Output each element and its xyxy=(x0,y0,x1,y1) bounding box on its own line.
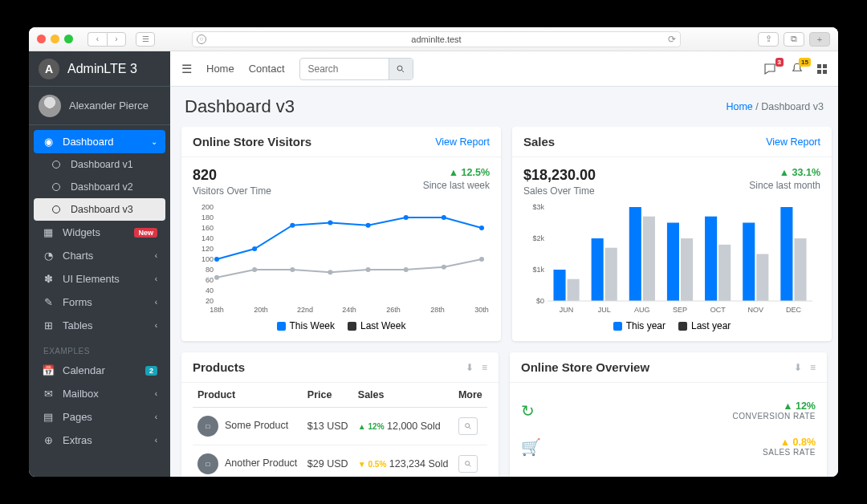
svg-text:20th: 20th xyxy=(254,306,268,314)
brand[interactable]: A AdminLTE 3 xyxy=(29,51,170,87)
sidebar-item-dashboard-v2[interactable]: Dashboard v2 xyxy=(34,176,165,198)
browser-sidebar-button[interactable]: ☰ xyxy=(136,32,155,47)
svg-text:30th: 30th xyxy=(474,306,489,314)
svg-point-30 xyxy=(328,270,332,274)
svg-text:200: 200 xyxy=(201,203,214,211)
topnav: ☰ Home Contact 3 15 xyxy=(170,51,838,87)
sidebar-item-dashboard-v1[interactable]: Dashboard v1 xyxy=(34,153,165,176)
visitors-value: 820 xyxy=(193,167,271,184)
overview-icon: 🛒 xyxy=(521,437,541,457)
messages-button[interactable]: 3 xyxy=(763,62,777,76)
svg-line-62 xyxy=(469,427,470,429)
sidebar-item-charts[interactable]: ◔Charts‹ xyxy=(34,244,165,267)
table-header: Product xyxy=(193,383,303,408)
browser-forward-button[interactable]: › xyxy=(107,32,126,47)
search-button[interactable] xyxy=(389,59,413,79)
svg-point-0 xyxy=(397,66,402,71)
overview-icon: ↻ xyxy=(521,401,535,421)
nav-icon: ✉ xyxy=(42,388,55,400)
nav-icon: ⊞ xyxy=(42,319,55,331)
avatar xyxy=(39,95,61,117)
user-panel[interactable]: Alexander Pierce xyxy=(29,87,170,125)
sidebar-item-ui-elements[interactable]: ✽UI Elements‹ xyxy=(34,267,165,291)
window-zoom-icon[interactable] xyxy=(64,35,73,43)
circle-icon xyxy=(50,183,63,191)
new-tab-button[interactable]: + xyxy=(809,32,830,47)
nav-icon: ✽ xyxy=(42,273,55,285)
window-close-icon[interactable] xyxy=(37,35,46,43)
visitors-since: Since last week xyxy=(423,180,490,191)
sidebar-item-calendar[interactable]: 📅Calendar2 xyxy=(34,359,165,382)
visitors-delta: ▲ 12.5% xyxy=(423,167,490,178)
sidebar-item-mailbox[interactable]: ✉Mailbox‹ xyxy=(34,382,165,405)
refresh-icon[interactable]: ⟳ xyxy=(668,34,676,45)
search-input[interactable] xyxy=(300,63,389,75)
svg-point-61 xyxy=(466,424,470,428)
view-report-link[interactable]: View Report xyxy=(766,136,820,148)
svg-text:20: 20 xyxy=(206,297,214,305)
sidebar-item-pages[interactable]: ▤Pages‹ xyxy=(34,405,165,429)
browser-back-button[interactable]: ‹ xyxy=(88,32,107,47)
svg-text:100: 100 xyxy=(201,255,214,263)
product-image-icon: □ xyxy=(197,416,218,437)
topnav-contact[interactable]: Contact xyxy=(249,63,285,75)
apps-button[interactable] xyxy=(817,64,827,74)
table-row: □Some Product$13 USD▲ 12% 12,000 Sold xyxy=(193,408,487,445)
sidebar-item-tables[interactable]: ⊞Tables‹ xyxy=(34,314,165,337)
search-button[interactable] xyxy=(458,417,478,435)
table-header: Sales xyxy=(353,383,454,408)
svg-text:180: 180 xyxy=(201,213,214,222)
sidebar-item-extras[interactable]: ⊕Extras‹ xyxy=(34,429,165,452)
url-bar[interactable]: ○ adminlte.test ⟳ xyxy=(192,31,681,47)
browser-chrome: ‹ › ☰ ○ adminlte.test ⟳ ⇪ ⧉ + xyxy=(29,27,838,51)
svg-rect-57 xyxy=(756,254,768,302)
download-icon[interactable]: ⬇ xyxy=(794,362,802,373)
circle-icon xyxy=(50,205,63,213)
sales-subtitle: Sales Over Time xyxy=(523,185,596,197)
chevron-left-icon: ‹ xyxy=(155,436,157,445)
search-button[interactable] xyxy=(458,455,478,473)
breadcrumb-home[interactable]: Home xyxy=(726,101,752,112)
svg-rect-59 xyxy=(794,238,806,301)
notifications-button[interactable]: 15 xyxy=(790,62,804,76)
svg-point-21 xyxy=(290,223,295,228)
visitors-line-chart: 2040608010012014016018020018th20th22nd24… xyxy=(193,203,490,315)
svg-point-19 xyxy=(214,257,219,262)
sidebar: A AdminLTE 3 Alexander Pierce ◉ Dashboar… xyxy=(29,51,170,477)
svg-rect-49 xyxy=(605,248,617,301)
topnav-home[interactable]: Home xyxy=(206,63,234,75)
reader-icon: ○ xyxy=(197,35,206,44)
menu-icon[interactable]: ≡ xyxy=(482,362,487,373)
nav-icon: ▤ xyxy=(42,411,55,423)
svg-rect-47 xyxy=(568,279,580,301)
svg-text:40: 40 xyxy=(206,287,214,295)
svg-text:SEP: SEP xyxy=(673,306,687,314)
tabs-button[interactable]: ⧉ xyxy=(784,32,804,47)
svg-text:$2k: $2k xyxy=(532,234,544,242)
chevron-left-icon: ‹ xyxy=(155,298,157,307)
svg-point-27 xyxy=(214,275,219,280)
svg-rect-52 xyxy=(667,223,679,302)
download-icon[interactable]: ⬇ xyxy=(466,362,474,373)
overview-row: ↻▲ 12%CONVERSION RATE xyxy=(521,392,816,429)
svg-point-28 xyxy=(252,267,257,272)
sidebar-item-widgets[interactable]: ▦WidgetsNew xyxy=(34,221,165,244)
window-minimize-icon[interactable] xyxy=(51,35,59,43)
svg-text:160: 160 xyxy=(201,224,214,232)
table-row: □Another Product$29 USD▼ 0.5% 123,234 So… xyxy=(193,445,487,478)
share-button[interactable]: ⇪ xyxy=(758,32,779,47)
svg-point-34 xyxy=(479,257,484,262)
view-report-link[interactable]: View Report xyxy=(435,136,490,148)
menu-toggle-button[interactable]: ☰ xyxy=(181,62,192,76)
breadcrumb-current: Dashboard v3 xyxy=(761,101,824,112)
svg-rect-54 xyxy=(705,217,717,301)
sidebar-item-forms[interactable]: ✎Forms‹ xyxy=(34,291,165,314)
svg-text:24th: 24th xyxy=(342,306,356,314)
sidebar-item-dashboard-v3[interactable]: Dashboard v3 xyxy=(34,198,165,221)
sidebar-header-examples: EXAMPLES xyxy=(34,337,165,359)
visitors-card: Online Store Visitors View Report 820 Vi… xyxy=(181,127,501,341)
svg-text:80: 80 xyxy=(206,266,214,274)
sidebar-item-dashboard[interactable]: ◉ Dashboard ⌄ xyxy=(34,130,165,153)
card-title: Products xyxy=(193,360,245,374)
menu-icon[interactable]: ≡ xyxy=(810,362,816,373)
